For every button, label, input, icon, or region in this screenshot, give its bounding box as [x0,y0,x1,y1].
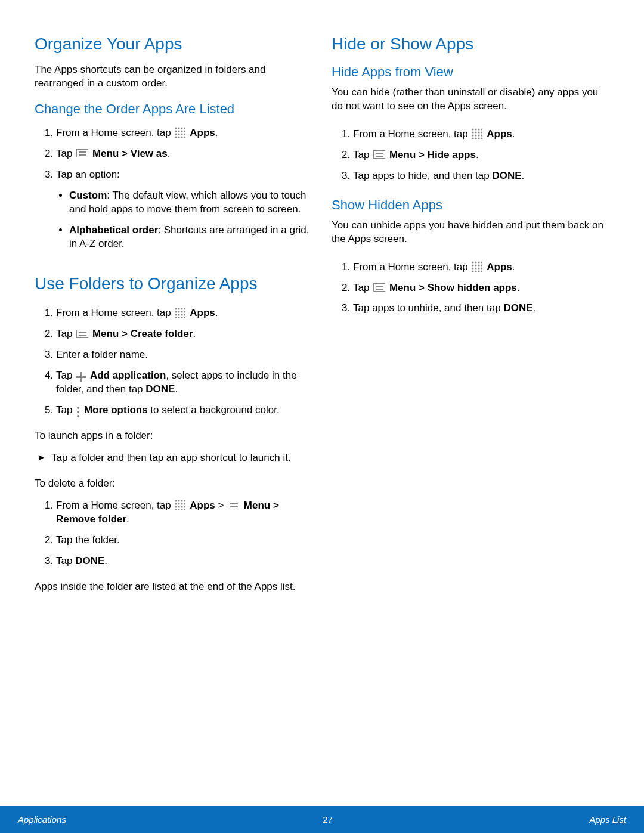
list-item: From a Home screen, tap Apps. [56,123,312,144]
svg-point-74 [478,267,480,269]
svg-point-44 [175,509,177,511]
organize-intro: The Apps shortcuts can be organized in f… [35,63,312,91]
svg-point-66 [478,261,480,263]
svg-point-6 [181,131,183,132]
svg-point-13 [178,137,180,138]
svg-point-12 [175,137,177,138]
svg-point-63 [481,138,483,140]
svg-point-46 [181,509,183,511]
svg-point-9 [178,134,180,135]
svg-point-10 [181,134,183,135]
heading-use-folders: Use Folders to Organize Apps [35,274,312,293]
list-item: From a Home screen, tap Apps. [56,303,312,324]
apps-grid-icon [175,127,185,138]
svg-point-79 [481,270,483,272]
svg-point-22 [181,311,183,312]
list-item: Tap Menu > Hide apps. [353,145,609,166]
svg-point-14 [181,137,183,138]
menu-icon [373,283,385,292]
footer-section: Applications [18,815,66,825]
svg-point-16 [175,308,177,309]
svg-point-41 [178,506,180,508]
svg-point-75 [481,267,483,269]
svg-point-5 [178,131,180,132]
hide-intro: You can hide (rather than uninstall or d… [332,86,609,113]
delete-steps: From a Home screen, tap Apps > Menu > Re… [35,496,312,572]
svg-point-61 [475,138,477,140]
svg-point-48 [472,129,474,131]
svg-point-30 [181,317,183,318]
list-item: Enter a folder name. [56,345,312,366]
svg-point-42 [181,506,183,508]
launch-label: To launch apps in a folder: [35,429,312,443]
apps-grid-icon [175,308,185,318]
menu-icon [76,330,88,338]
svg-point-32 [175,500,177,502]
list-item: Tap Menu > View as. [56,144,312,165]
footer-topic: Apps List [589,815,626,825]
svg-point-56 [472,135,474,137]
svg-point-11 [184,134,186,135]
svg-point-58 [478,135,480,137]
menu-icon [228,501,240,509]
svg-point-2 [181,128,183,129]
svg-point-21 [178,311,180,312]
svg-point-59 [481,135,483,137]
list-item: Tap apps to hide, and then tap DONE. [353,166,609,187]
svg-point-50 [478,129,480,131]
list-item: Tap an option: Custom: The default view,… [56,165,312,258]
svg-point-64 [472,261,474,263]
list-item: From a Home screen, tap Apps. [353,124,609,145]
svg-point-43 [184,506,186,508]
svg-point-65 [475,261,477,263]
svg-point-51 [481,129,483,131]
svg-point-15 [184,137,186,138]
svg-point-20 [175,311,177,312]
svg-point-60 [472,138,474,140]
svg-point-69 [475,264,477,266]
list-item: Tap the folder. [56,530,312,551]
heading-change-order: Change the Order Apps Are Listed [35,101,312,117]
svg-point-57 [475,135,477,137]
apps-grid-icon [472,128,482,139]
svg-point-29 [178,317,180,318]
svg-point-37 [178,503,180,505]
heading-show-hidden: Show Hidden Apps [332,197,609,213]
list-item: From a Home screen, tap Apps. [353,257,609,278]
svg-point-36 [175,503,177,505]
list-item: From a Home screen, tap Apps > Menu > Re… [56,496,312,530]
svg-point-76 [472,270,474,272]
svg-point-35 [184,500,186,502]
svg-point-77 [475,270,477,272]
right-column: Hide or Show Apps Hide Apps from View Yo… [332,35,609,599]
hide-steps: From a Home screen, tap Apps. Tap Menu >… [332,124,609,187]
svg-point-38 [181,503,183,505]
svg-point-25 [178,314,180,315]
change-order-steps: From a Home screen, tap Apps. Tap Menu >… [35,123,312,258]
plus-icon [76,372,86,382]
list-item: Alphabetical order: Shortcuts are arrang… [69,220,312,255]
menu-icon [76,149,88,157]
svg-point-27 [184,314,186,315]
svg-point-3 [184,128,186,129]
more-options-icon [76,407,80,417]
svg-point-52 [472,132,474,134]
svg-point-73 [475,267,477,269]
svg-point-31 [184,317,186,318]
folder-steps: From a Home screen, tap Apps. Tap Menu >… [35,303,312,421]
svg-point-71 [481,264,483,266]
show-intro: You can unhide apps you have hidden and … [332,219,609,246]
delete-label: To delete a folder: [35,477,312,491]
svg-point-62 [478,138,480,140]
list-item: Tap a folder and then tap an app shortcu… [37,448,312,469]
svg-point-72 [472,267,474,269]
list-item: Tap apps to unhide, and then tap DONE. [353,298,609,319]
svg-point-49 [475,129,477,131]
heading-hide-from-view: Hide Apps from View [332,64,609,80]
svg-point-28 [175,317,177,318]
list-item: Tap Menu > Create folder. [56,324,312,345]
svg-point-45 [178,509,180,511]
apps-grid-icon [472,261,482,272]
svg-point-55 [481,132,483,134]
svg-point-78 [478,270,480,272]
